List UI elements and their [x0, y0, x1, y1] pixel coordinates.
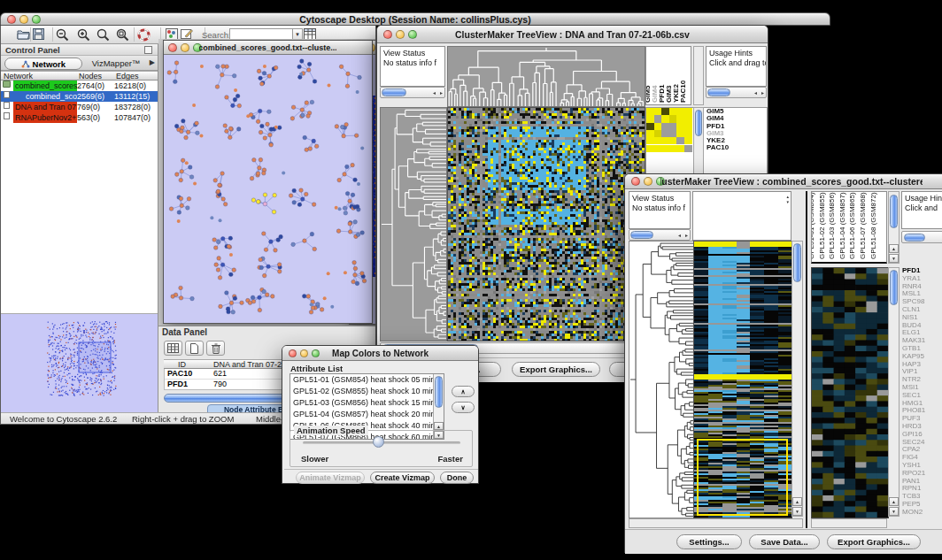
toolbar-zoom-out-button[interactable]: [56, 28, 69, 42]
tv2-status-hscrollbar[interactable]: ◂ ▸: [629, 229, 691, 241]
toolbar-open-folder-button[interactable]: [17, 28, 30, 40]
close-button[interactable]: [168, 43, 177, 52]
tv2-zoom-hscrollbar[interactable]: [811, 518, 887, 528]
tv1-status-hscrollbar[interactable]: ◂ ▸: [380, 87, 445, 98]
minimize-button[interactable]: [19, 15, 28, 24]
network-edges: 107847(0): [114, 112, 151, 123]
network-canvas[interactable]: [164, 55, 372, 323]
network-list-row[interactable]: combined_sco2569(6)13112(15): [1, 91, 158, 102]
scroll-down-icon[interactable]: ▼: [889, 507, 899, 516]
network-icon: [21, 60, 30, 68]
tv2-zoom-vscrollbar[interactable]: ▲ ▼: [888, 267, 900, 517]
toolbar-help-button[interactable]: [137, 28, 151, 42]
tv2-heatmap[interactable]: [693, 241, 792, 518]
save-data-button[interactable]: Save Data...: [749, 534, 820, 549]
experiment-column-label: GPL51-04 (GSM857): [839, 192, 846, 259]
close-button[interactable]: [7, 15, 16, 24]
tabs-more-arrow[interactable]: ▶: [150, 58, 155, 66]
create-vizmap-button[interactable]: Create Vizmap: [370, 472, 435, 484]
tv2-row-labels: PFD1YRA1RNR4MSL1SPC98CLN1NIS1BUD4ELG1MAK…: [902, 267, 942, 517]
tab-network[interactable]: Network: [4, 58, 82, 70]
tab-vizmapper[interactable]: VizMapper™: [86, 58, 146, 70]
attribute-list-item[interactable]: GPL51-02 (GSM855) heat shock 10 min: [290, 386, 433, 397]
attribute-list-item[interactable]: GPL51-04 (GSM857) heat shock 20 min: [290, 409, 433, 420]
dialog-titlebar[interactable]: Map Colors to Network: [282, 346, 478, 361]
speed-slider-thumb[interactable]: [373, 436, 384, 448]
minimize-button[interactable]: [300, 349, 308, 357]
network-list-row[interactable]: combined_scores2764(0)16218(0): [1, 81, 158, 91]
col-nodes[interactable]: Nodes: [79, 72, 102, 81]
tv2-label-vscrollbar[interactable]: ▲ ▼: [888, 191, 900, 264]
tv2-hints-hscrollbar[interactable]: ◂ ▸: [901, 231, 942, 243]
scroll-left-icon[interactable]: ◂: [678, 233, 681, 238]
move-up-button[interactable]: ∧: [452, 386, 475, 397]
scroll-left-icon[interactable]: ◂: [433, 90, 436, 96]
network-list-row[interactable]: DNA and Tran 07769(0)183728(0): [1, 102, 158, 112]
dialog-title: Map Colors to Network: [318, 346, 443, 360]
tv2-view-status-panel: View Status No status info f: [629, 191, 691, 229]
matrix-cell: [646, 130, 654, 137]
main-window-titlebar[interactable]: Cytoscape Desktop (Session Name: collins…: [0, 12, 830, 26]
move-down-button[interactable]: ∨: [452, 402, 475, 413]
view-status-text: No status info f: [632, 203, 685, 212]
list-vscroll-thumb[interactable]: [435, 376, 443, 408]
network-list-row[interactable]: RNAPuberNov2+563(0)107847(0): [1, 112, 158, 123]
matrix-cell: [684, 123, 692, 130]
network-overview-canvas[interactable]: [1, 314, 158, 412]
scroll-right-icon[interactable]: ▸: [685, 233, 688, 238]
tv2-row-dendrogram[interactable]: [629, 241, 694, 518]
tv1-column-dendrogram[interactable]: [447, 46, 645, 107]
close-button[interactable]: [631, 177, 640, 186]
export-graphics-button[interactable]: Export Graphics...: [827, 534, 921, 549]
treeview1-titlebar[interactable]: ClusterMaker TreeView : DNA and Tran 07-…: [377, 26, 768, 43]
scroll-left-icon[interactable]: ◂: [754, 90, 757, 96]
col-network[interactable]: Network: [4, 72, 33, 81]
treeview2-titlebar[interactable]: ClusterMaker TreeView : combined_scores_…: [625, 174, 942, 189]
toolbar-zoom-in-button[interactable]: [77, 28, 90, 42]
network-view-window-1: combined_scores_good.txt--cluste...: [163, 40, 373, 324]
toolbar-zoom-fit-button[interactable]: [97, 28, 110, 42]
matrix-cell: [669, 108, 677, 115]
tv2-main-hscrollbar[interactable]: [629, 518, 803, 528]
scroll-up-icon[interactable]: ▲: [889, 244, 899, 253]
close-button[interactable]: [289, 349, 297, 357]
tv1-similarity-matrix[interactable]: [646, 108, 692, 152]
zoom-selected-icon: [116, 28, 129, 42]
scroll-right-icon[interactable]: ▸: [440, 90, 443, 96]
done-button[interactable]: Done: [440, 472, 474, 484]
minimize-button[interactable]: [644, 177, 652, 186]
attribute-list-item[interactable]: GPL51-03 (GSM856) heat shock 15 min: [290, 397, 433, 409]
col-id[interactable]: ID: [178, 360, 186, 369]
toolbar-separator: [30, 27, 31, 42]
scroll-up-icon[interactable]: ▲: [434, 422, 444, 430]
tv1-row-dendrogram[interactable]: [380, 107, 447, 341]
tv2-zoom-heatmap[interactable]: [811, 267, 889, 518]
float-panel-icon[interactable]: [144, 46, 152, 54]
tv2-button-bar: Settings...Save Data...Export Graphics..…: [625, 529, 942, 554]
minimize-button[interactable]: [396, 30, 405, 39]
tv1-heatmap[interactable]: [447, 107, 645, 341]
scroll-up-icon[interactable]: ▲: [792, 497, 802, 506]
scroll-down-icon[interactable]: ▼: [889, 254, 899, 263]
settings-button[interactable]: Settings...: [676, 534, 742, 549]
scroll-right-icon[interactable]: ▸: [761, 90, 764, 96]
toolbar-zoom-selected-button[interactable]: [116, 28, 129, 42]
attribute-select-button[interactable]: [164, 341, 182, 356]
tv1-hints-hscrollbar[interactable]: ◂ ▸: [706, 87, 767, 98]
col-edges[interactable]: Edges: [116, 72, 139, 81]
matrix-cell: [654, 137, 662, 144]
tv2-main-vscrollbar[interactable]: ▲ ▼: [791, 241, 803, 517]
attribute-list-item[interactable]: GPL51-01 (GSM854) heat shock 05 min: [290, 374, 433, 386]
scroll-down-icon[interactable]: ▼: [792, 507, 802, 516]
toolbar-save-button[interactable]: [33, 28, 44, 40]
delete-attribute-button[interactable]: [206, 341, 225, 356]
tv1-label-scrollbar[interactable]: [693, 46, 704, 105]
matrix-cell: [646, 108, 654, 115]
close-button[interactable]: [383, 30, 392, 39]
label-scroll-arrows[interactable]: ▴▾: [786, 194, 789, 204]
scroll-up-icon[interactable]: ▲: [889, 497, 899, 506]
new-attribute-button[interactable]: [185, 341, 204, 356]
doc-icon: [4, 112, 10, 119]
export-graphics-button[interactable]: Export Graphics...: [512, 362, 600, 377]
minimize-button[interactable]: [181, 43, 189, 52]
